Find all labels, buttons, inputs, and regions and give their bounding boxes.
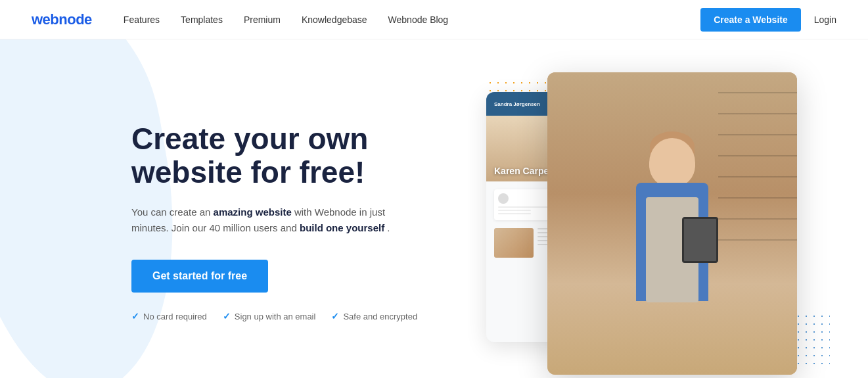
trust-email: ✓ Sign up with an email: [223, 311, 316, 321]
check-icon-2: ✓: [223, 311, 231, 321]
hero-section: Create your own website for free! You ca…: [0, 39, 868, 378]
hero-visual: Sandra Jørgensen Karen Carpenter: [447, 66, 836, 378]
woman-head: [649, 138, 695, 187]
hero-desc-bold2: build one yourself: [300, 222, 384, 233]
check-icon-3: ✓: [331, 311, 339, 321]
woman-figure: [600, 125, 744, 375]
site-header: webnode Features Templates Premium Knowl…: [0, 0, 868, 39]
trust-safe: ✓ Safe and encrypted: [331, 311, 417, 321]
mockup-card-line-1: [498, 206, 553, 208]
hero-desc-end: .: [387, 222, 390, 233]
mockup-card-line-3: [498, 213, 531, 214]
get-started-button[interactable]: Get started for free: [131, 260, 268, 293]
trust-no-card: ✓ No card required: [131, 311, 207, 321]
shelf-line-2: [718, 113, 797, 114]
nav-blog[interactable]: Webnode Blog: [388, 14, 449, 25]
person-image: [547, 72, 797, 375]
woman-tablet: [682, 217, 718, 263]
nav-features[interactable]: Features: [124, 14, 160, 25]
trust-label-2: Sign up with an email: [235, 312, 316, 321]
trust-badges: ✓ No card required ✓ Sign up with an ema…: [131, 311, 447, 321]
main-nav: Features Templates Premium Knowledgebase…: [124, 14, 700, 25]
trust-label-1: No card required: [143, 312, 207, 321]
mockup-card-line-2: [498, 210, 531, 211]
trust-label-3: Safe and encrypted: [343, 312, 417, 321]
shelf-line-1: [718, 92, 797, 93]
nav-premium[interactable]: Premium: [244, 14, 281, 25]
person-photo-mockup: [547, 72, 797, 375]
mockup-card-icon-1: [498, 193, 509, 204]
hero-desc-part1: You can create an: [131, 206, 214, 218]
check-icon-1: ✓: [131, 311, 139, 321]
nav-knowledgebase[interactable]: Knowledgebase: [302, 14, 367, 25]
header-actions: Create a Website Login: [700, 8, 836, 32]
nav-templates[interactable]: Templates: [181, 14, 223, 25]
brand-logo[interactable]: webnode: [32, 11, 92, 28]
hero-description: You can create an amazing website with W…: [131, 204, 407, 236]
mockup-site-header: Sandra Jørgensen: [494, 101, 540, 107]
hero-content: Create your own website for free! You ca…: [131, 122, 447, 321]
login-button[interactable]: Login: [814, 14, 836, 25]
create-website-button[interactable]: Create a Website: [700, 8, 801, 32]
mockup-photo: [494, 228, 534, 258]
hero-desc-bold1: amazing website: [214, 206, 292, 218]
hero-title: Create your own website for free!: [131, 122, 447, 189]
